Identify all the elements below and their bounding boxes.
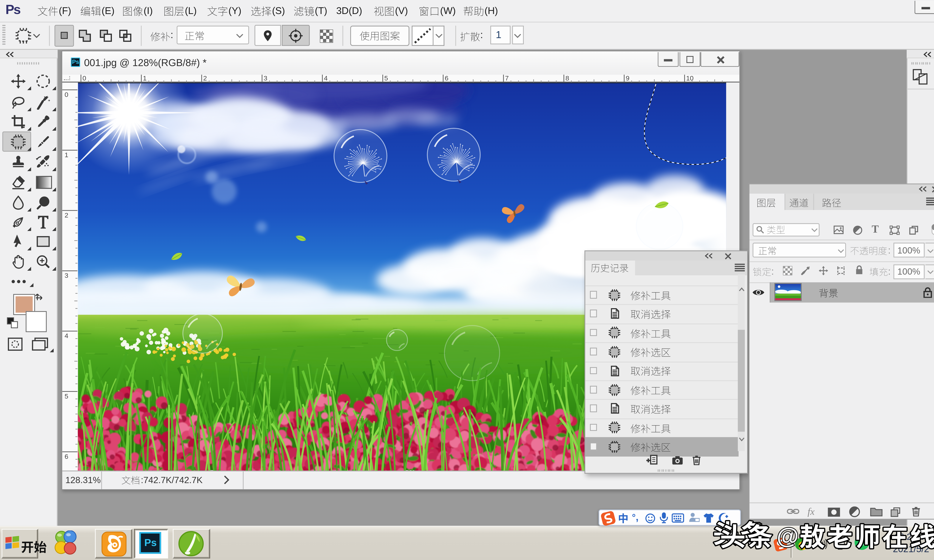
svg-text:0: 0 — [65, 91, 69, 98]
svg-text:4: 4 — [324, 75, 327, 82]
svg-text:1: 1 — [65, 151, 69, 158]
svg-text:6: 6 — [444, 75, 448, 82]
svg-text:2: 2 — [203, 75, 207, 82]
svg-text:4: 4 — [65, 332, 69, 340]
svg-text:1: 1 — [143, 75, 146, 82]
svg-text:10: 10 — [686, 75, 694, 82]
svg-text:6: 6 — [65, 453, 69, 460]
svg-text:0: 0 — [82, 75, 86, 82]
svg-text:5: 5 — [384, 75, 388, 82]
svg-text:3: 3 — [65, 272, 69, 279]
svg-text:5: 5 — [65, 392, 69, 400]
svg-text:8: 8 — [565, 75, 569, 82]
svg-text:3: 3 — [264, 75, 267, 82]
svg-text:2: 2 — [65, 211, 69, 219]
svg-text:7: 7 — [505, 75, 509, 82]
svg-text:9: 9 — [626, 75, 629, 82]
